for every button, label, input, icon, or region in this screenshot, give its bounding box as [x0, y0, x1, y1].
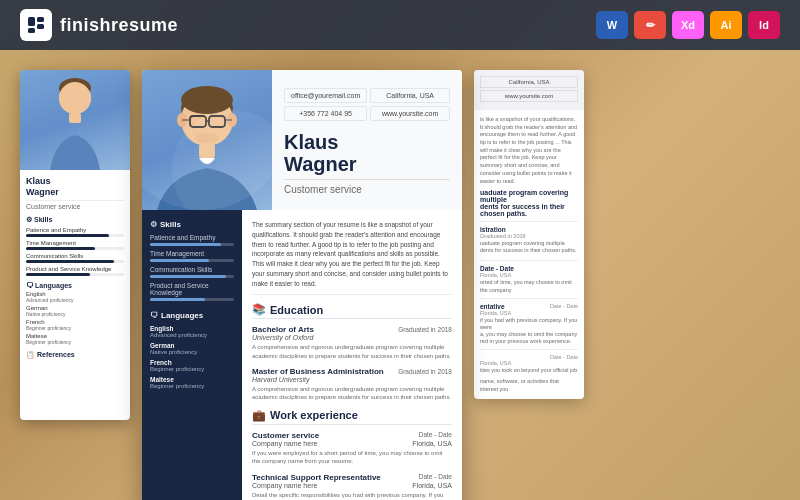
mini-references-label: 📋References: [26, 351, 124, 359]
main-header: office@youremail.com California, USA +35…: [142, 70, 462, 210]
mini-skill-4: Product and Service Knowledge: [26, 266, 124, 276]
main-resume: office@youremail.com California, USA +35…: [142, 70, 462, 500]
badge-word: W: [596, 11, 628, 39]
main-body: ⚙ Skills Patience and Empathy Time Manag…: [142, 210, 462, 500]
sidebar-lang-2: German Native proficiency: [150, 342, 234, 355]
summary-text: The summary section of your resume is li…: [252, 220, 452, 295]
main-header-info: office@youremail.com California, USA +35…: [272, 70, 462, 210]
badge-id: Id: [748, 11, 780, 39]
format-badges: W ✏ Xd Ai Id: [596, 11, 780, 39]
contact-phone: +356 772 404 95: [284, 106, 367, 121]
mini-photo: [20, 70, 130, 170]
photo-deco-1: [20, 70, 130, 170]
back-contact-website: www.yoursite.com: [480, 90, 578, 102]
mini-resume-card: Klaus Wagner Customer service ⚙Skills Pa…: [20, 70, 130, 420]
mini-skill-2: Time Management: [26, 240, 124, 250]
edu-item-1: Bachelor of Arts Graduated in 2018 Unive…: [252, 325, 452, 360]
back-resume: California, USA www.yoursite.com is like…: [474, 70, 584, 399]
mini-job-title: Customer service: [26, 200, 124, 210]
main-photo-area: [142, 70, 272, 210]
mini-skill-3: Communication Skills: [26, 253, 124, 263]
sidebar-skills-title: ⚙ Skills: [150, 220, 234, 229]
sidebar-languages-title: 🗨 Languages: [150, 311, 234, 320]
back-resume-body: is like a snapshot of your qualification…: [474, 110, 584, 399]
sidebar-languages-section: 🗨 Languages English Advanced proficiency…: [150, 311, 234, 389]
mini-skill-1: Patience and Empathy: [26, 227, 124, 237]
badge-xd: Xd: [672, 11, 704, 39]
svg-rect-1: [37, 17, 44, 22]
main-content-right: The summary section of your resume is li…: [242, 210, 462, 500]
main-person-name: Klaus Wagner: [284, 131, 450, 175]
sidebar-skills-section: ⚙ Skills Patience and Empathy Time Manag…: [150, 220, 234, 301]
sidebar-skill-1: Patience and Empathy: [150, 234, 234, 246]
contact-location: California, USA: [370, 88, 450, 103]
badge-pen: ✏: [634, 11, 666, 39]
mini-skills-label: ⚙Skills: [26, 216, 124, 224]
back-contact-location: California, USA: [480, 76, 578, 88]
mini-languages-label: 🗨Languages: [26, 282, 124, 289]
logo-area: finishresume: [20, 9, 178, 41]
back-edu-label: uaduate program covering multipledents f…: [480, 189, 578, 217]
top-bar: finishresume W ✏ Xd Ai Id: [0, 0, 800, 50]
mini-lang-3: French Beginner proficiency: [26, 319, 124, 331]
svg-rect-2: [37, 24, 44, 29]
mini-lang-2: German Native proficiency: [26, 305, 124, 317]
sidebar-lang-4: Maltese Beginner proficiency: [150, 376, 234, 389]
main-job-title: Customer service: [284, 179, 450, 195]
work-section-title: 💼 Work experience: [252, 409, 452, 425]
logo-svg: [26, 15, 46, 35]
sidebar-lang-1: English Advanced proficiency: [150, 325, 234, 338]
badge-ai: Ai: [710, 11, 742, 39]
logo-icon: [20, 9, 52, 41]
education-section-title: 📚 Education: [252, 303, 452, 319]
back-resume-top: California, USA www.yoursite.com: [474, 70, 584, 110]
content-area: Klaus Wagner Customer service ⚙Skills Pa…: [0, 50, 800, 500]
back-summary-1: is like a snapshot of your qualification…: [480, 116, 578, 185]
svg-rect-3: [28, 28, 35, 33]
contact-email: office@youremail.com: [284, 88, 367, 103]
edu-item-2: Master of Business Administration Gradua…: [252, 367, 452, 402]
sidebar-skill-4: Product and Service Knowledge: [150, 282, 234, 301]
sidebar-lang-3: French Beginner proficiency: [150, 359, 234, 372]
svg-rect-0: [28, 17, 35, 26]
work-item-2: Technical Support Representative Date - …: [252, 473, 452, 500]
sidebar-skill-2: Time Management: [150, 250, 234, 262]
contact-website: www.yoursite.com: [370, 106, 450, 121]
mini-lang-1: English Advanced proficiency: [26, 291, 124, 303]
mini-card-content: Klaus Wagner Customer service ⚙Skills Pa…: [20, 170, 130, 365]
mini-person-name: Klaus Wagner: [26, 176, 124, 198]
main-sidebar: ⚙ Skills Patience and Empathy Time Manag…: [142, 210, 242, 500]
work-item-1: Customer service Date - Date Company nam…: [252, 431, 452, 466]
mini-lang-4: Maltese Beginner proficiency: [26, 333, 124, 345]
sidebar-skill-3: Communication Skills: [150, 266, 234, 278]
contact-grid: office@youremail.com California, USA +35…: [284, 88, 450, 121]
brand-name: finishresume: [60, 15, 178, 36]
